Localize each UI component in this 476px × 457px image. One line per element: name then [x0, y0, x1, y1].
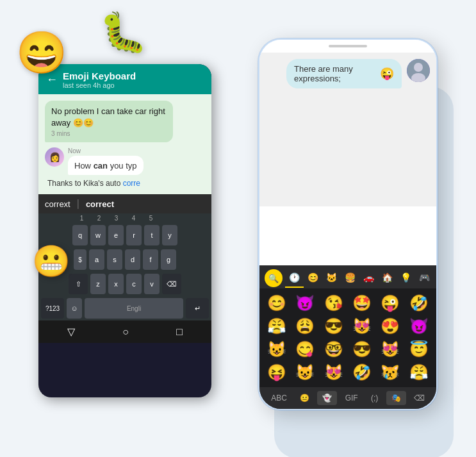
ios-notch [329, 45, 367, 47]
floating-emoji-top: 🐛 [99, 10, 147, 55]
emoji-22[interactable]: 🤣 [349, 361, 375, 383]
emoji-tab-buildings[interactable]: 🏠 [378, 269, 397, 288]
emoji-backspace-button[interactable]: ⌫ [409, 391, 430, 405]
key-c[interactable]: c [126, 274, 142, 294]
autocorrect-option-2[interactable]: correct [86, 199, 114, 209]
key-numbers[interactable]: ?123 [41, 298, 64, 319]
ios-sent-bubble: There are many expressions; 😜 [286, 59, 402, 88]
emoji-2[interactable]: 😈 [291, 292, 318, 314]
emoji-tab-animals[interactable]: 🐱 [322, 269, 341, 288]
emoji-search-button[interactable]: 🔍 [265, 269, 283, 287]
emoji-8[interactable]: 😩 [291, 315, 318, 337]
emoji-5[interactable]: 😜 [377, 292, 404, 314]
android-phone: ← Emoji Keyboard last seen 4h ago No pro… [38, 64, 211, 397]
key-r[interactable]: r [126, 225, 142, 245]
emoji-1[interactable]: 😊 [263, 292, 290, 314]
emoji-tab-symbols[interactable]: 🎮 [415, 269, 434, 288]
android-autocorrect-bar: corrext | correct [38, 194, 211, 213]
android-app-name: Emoji Keyboard [63, 71, 136, 81]
key-backspace[interactable]: ⌫ [162, 274, 181, 294]
num-key-2[interactable]: 2 [92, 215, 107, 222]
emoji-tab-transport[interactable]: 🚗 [359, 269, 378, 288]
keyboard-bottom-row: ?123 ☺ Engli ↵ [38, 296, 211, 320]
nav-home-icon[interactable]: ○ [122, 326, 129, 338]
emoji-21[interactable]: 😻 [320, 361, 347, 383]
key-d[interactable]: s [107, 249, 122, 270]
key-y[interactable]: y [162, 225, 177, 245]
emoji-23[interactable]: 😿 [377, 361, 404, 383]
floating-emoji-left: 😄 [16, 29, 67, 77]
emoji-sticker-button[interactable]: 🎭 [386, 391, 406, 405]
key-w[interactable]: w [90, 225, 106, 245]
floating-emoji-bottom-left: 😬 [32, 244, 70, 279]
emoji-face-button[interactable]: 😐 [295, 391, 315, 405]
emoji-15[interactable]: 🤓 [320, 338, 347, 360]
emoji-4[interactable]: 🤩 [349, 292, 375, 314]
emoji-24[interactable]: 😤 [406, 361, 432, 383]
emoji-ghost-button[interactable]: 👻 [317, 391, 337, 405]
emoji-grid: 😊 😈 😘 🤩 😜 🤣 😤 😩 😎 😻 😍 😈 😺 😋 🤓 😎 😻 😇 😝 😺 … [259, 288, 436, 387]
android-sent-message: No problem I can take car right away 😊😊 … [45, 101, 173, 142]
key-shift[interactable]: ⇧ [69, 274, 88, 294]
android-contact-avatar: 👩 [45, 147, 64, 167]
received-time: Now [68, 147, 144, 154]
key-enter[interactable]: ↵ [186, 298, 209, 319]
num-key-1[interactable]: 1 [74, 215, 90, 222]
android-received-message: 👩 Now How can you typ [45, 147, 205, 175]
emoji-10[interactable]: 😻 [349, 315, 375, 337]
emoji-emoticon-button[interactable]: (;) [366, 391, 383, 405]
emoji-tab-food[interactable]: 🍔 [341, 269, 359, 288]
key-space[interactable]: Engli [85, 298, 183, 319]
emoji-18[interactable]: 😇 [406, 338, 432, 360]
emoji-16[interactable]: 😎 [349, 338, 375, 360]
emoji-tab-objects[interactable]: 💡 [397, 269, 415, 288]
emoji-3[interactable]: 😘 [320, 292, 347, 314]
android-bottom-bar: ▽ ○ □ [38, 320, 211, 343]
android-message-time: 3 mins [51, 130, 167, 137]
key-emoji[interactable]: ☺ [67, 298, 82, 319]
emoji-14[interactable]: 😋 [291, 338, 318, 360]
emoji-19[interactable]: 😝 [263, 361, 290, 383]
key-q[interactable]: q [72, 225, 88, 245]
emoji-abc-button[interactable]: ABC [266, 391, 292, 405]
autocorrect-option-1[interactable]: corrext [45, 199, 70, 209]
nav-recent-icon[interactable]: □ [176, 326, 183, 338]
android-received-bubble: How can you typ [68, 156, 144, 175]
number-row: 1 2 3 4 5 [38, 213, 211, 223]
key-g[interactable]: f [143, 249, 158, 270]
key-t[interactable]: t [144, 225, 160, 245]
emoji-9[interactable]: 😎 [320, 315, 347, 337]
key-v[interactable]: v [144, 274, 160, 294]
nav-back-icon[interactable]: ▽ [67, 326, 75, 338]
emoji-13[interactable]: 😺 [263, 338, 290, 360]
num-key-3[interactable]: 3 [109, 215, 124, 222]
svg-point-1 [414, 63, 423, 72]
key-s[interactable]: a [89, 249, 104, 270]
emoji-11[interactable]: 😍 [377, 315, 404, 337]
emoji-7[interactable]: 😤 [263, 315, 290, 337]
emoji-gif-button[interactable]: GIF [340, 391, 363, 405]
android-received-text: How can you typ [74, 161, 137, 170]
key-f[interactable]: d [125, 249, 140, 270]
emoji-tab-recent[interactable]: 🕐 [285, 269, 304, 288]
ios-status-bar [259, 40, 436, 53]
android-chat-area: No problem I can take car right away 😊😊 … [38, 94, 211, 194]
num-key-6[interactable] [161, 215, 176, 222]
emoji-6[interactable]: 🤣 [406, 292, 432, 314]
key-z[interactable]: z [90, 274, 106, 294]
emoji-12[interactable]: 😈 [406, 315, 432, 337]
emoji-tab-smileys[interactable]: 😊 [304, 269, 322, 288]
android-message-text: No problem I can take car right away 😊😊 [51, 106, 167, 129]
emoji-17[interactable]: 😻 [377, 338, 404, 360]
key-h[interactable]: g [161, 249, 176, 270]
android-status: last seen 4h ago [63, 81, 136, 89]
num-key-5[interactable]: 5 [144, 215, 159, 222]
key-a[interactable]: $ [74, 249, 86, 270]
key-x[interactable]: x [108, 274, 124, 294]
num-key-4[interactable]: 4 [126, 215, 142, 222]
emoji-20[interactable]: 😺 [291, 361, 318, 383]
ios-message-row: There are many expressions; 😜 [266, 59, 430, 88]
ios-message-text: There are many expressions; [294, 64, 376, 83]
ios-emoji-keyboard: 🔍 🕐 😊 🐱 🍔 🚗 🏠 💡 🎮 😊 😈 😘 🤩 😜 🤣 😤 😩 😎 😻 😍 … [259, 265, 436, 409]
key-e[interactable]: e [108, 225, 124, 245]
